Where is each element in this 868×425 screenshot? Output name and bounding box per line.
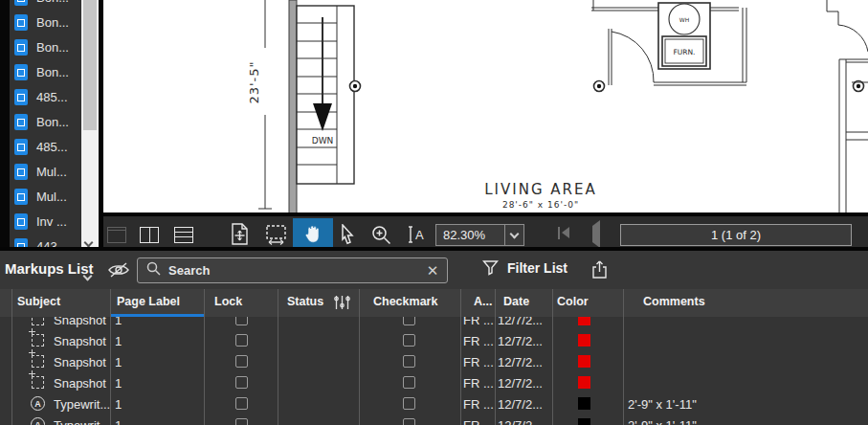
snapshot-icon <box>32 355 44 368</box>
sidebar-item-file[interactable]: Bon... <box>10 109 81 134</box>
app-window: Bon... Bon... Bon... Bon... 485... Bon..… <box>0 0 868 425</box>
chevron-down-icon[interactable] <box>84 266 91 283</box>
snapshot-icon <box>32 317 44 325</box>
water-heater-label: WH <box>679 16 689 23</box>
file-label: Bon... <box>36 0 69 5</box>
typewriter-icon: A <box>31 417 45 425</box>
scroll-down-button[interactable] <box>85 233 95 242</box>
select-cursor-icon[interactable] <box>339 222 356 247</box>
sidebar-scrollbar[interactable] <box>81 0 99 251</box>
column-header-checkmark[interactable]: Checkmark <box>373 295 437 308</box>
first-page-button[interactable] <box>558 226 573 241</box>
row-subject: Snapshot <box>54 330 106 351</box>
row-subject: Snapshot <box>54 317 106 330</box>
table-row[interactable]: Snapshot 1 FR ... 12/7/2... <box>0 351 868 372</box>
typewriter-icon: A <box>31 396 45 411</box>
row-page-label: 1 <box>115 317 122 330</box>
sidebar-item-file[interactable]: 485... <box>10 84 81 109</box>
column-header-page-label[interactable]: Page Label <box>117 295 180 308</box>
floor-plan-drawing: 23'-5" DWN LIVING AREA 28'-6" x 16'-0" W… <box>103 0 868 215</box>
column-divider[interactable] <box>278 289 278 425</box>
lock-checkbox[interactable] <box>235 317 248 325</box>
lock-checkbox[interactable] <box>235 418 248 425</box>
page-number-field[interactable]: 1 (1 of 2) <box>620 224 852 246</box>
filter-list-button[interactable]: Filter List <box>482 259 568 276</box>
chevron-down-icon[interactable] <box>504 225 523 245</box>
lock-checkbox[interactable] <box>235 355 248 368</box>
sidebar-item-file[interactable]: Bon... <box>10 34 81 59</box>
column-divider[interactable] <box>552 289 553 425</box>
row-page-label: 1 <box>115 372 122 393</box>
room-name-label: LIVING AREA <box>484 181 597 198</box>
search-box[interactable]: ✕ <box>137 257 448 283</box>
column-header-status[interactable]: Status <box>287 295 323 308</box>
export-share-icon[interactable] <box>590 259 609 283</box>
sidebar-item-file[interactable]: Inv ... <box>10 209 81 234</box>
checkmark-checkbox[interactable] <box>403 317 415 325</box>
split-horizontal-icon[interactable] <box>174 222 193 247</box>
pan-hand-tool-active[interactable] <box>293 218 333 251</box>
fit-width-icon[interactable] <box>265 222 287 247</box>
sidebar-item-file[interactable]: Bon... <box>10 10 81 34</box>
room-dimensions-label: 28'-6" x 16'-0" <box>502 200 579 210</box>
file-label: 485... <box>36 140 68 154</box>
row-author: FR ... <box>463 372 494 393</box>
column-divider[interactable] <box>110 289 111 425</box>
checkmark-checkbox[interactable] <box>403 334 415 347</box>
column-header-lock[interactable]: Lock <box>214 295 242 308</box>
checkmark-checkbox[interactable] <box>403 355 415 368</box>
sidebar-item-file[interactable]: Bon... <box>10 59 81 84</box>
zoom-level-select[interactable]: 82.30% <box>435 224 524 246</box>
status-filter-icon[interactable] <box>333 294 351 315</box>
file-label: Bon... <box>36 115 69 129</box>
column-header-subject[interactable]: Subject <box>17 295 60 308</box>
scrollbar-thumb[interactable] <box>83 0 97 130</box>
single-pane-icon[interactable] <box>107 222 126 247</box>
column-header-date[interactable]: Date <box>503 295 529 308</box>
file-label: 485... <box>36 90 68 104</box>
column-divider[interactable] <box>495 289 496 425</box>
row-date: 12/7/2... <box>498 414 543 425</box>
row-date: 12/7/2... <box>498 317 543 330</box>
table-row[interactable]: Snapshot 1 FR ... 12/7/2... <box>0 330 868 351</box>
sidebar-item-file[interactable]: Mul... <box>10 159 81 184</box>
document-canvas[interactable]: 23'-5" DWN LIVING AREA 28'-6" x 16'-0" W… <box>103 0 868 215</box>
zoom-in-icon[interactable] <box>370 222 392 247</box>
table-row[interactable]: A Typewrit... 1 FR ... 12/7/2... 2'-9" x… <box>0 393 868 414</box>
column-divider <box>11 289 12 425</box>
column-header-comments[interactable]: Comments <box>643 295 705 308</box>
row-page-label: 1 <box>115 351 122 372</box>
lock-checkbox[interactable] <box>235 397 248 410</box>
search-input[interactable] <box>168 263 418 278</box>
markups-list-title[interactable]: Markups List <box>5 260 94 277</box>
split-vertical-icon[interactable] <box>140 222 159 247</box>
fit-page-icon[interactable] <box>230 222 251 247</box>
table-row[interactable]: Snapshot 1 FR ... 12/7/2... <box>0 317 868 330</box>
filter-list-label: Filter List <box>507 260 568 276</box>
column-divider[interactable] <box>460 289 461 425</box>
checkmark-checkbox[interactable] <box>403 376 415 389</box>
column-divider[interactable] <box>623 289 624 425</box>
markups-header: Markups List ✕ <box>0 251 868 289</box>
column-divider[interactable] <box>359 289 360 425</box>
sidebar-item-file[interactable]: Mul... <box>10 184 81 209</box>
lock-checkbox[interactable] <box>235 376 248 389</box>
table-row[interactable]: Snapshot 1 FR ... 12/7/2... <box>0 372 868 393</box>
sidebar-item-file[interactable]: Bon... <box>10 0 81 10</box>
table-row[interactable]: A Typewrit 1 FR ... 12/7/2... 2'-9" x 1'… <box>0 414 868 425</box>
clear-search-icon[interactable]: ✕ <box>418 262 447 280</box>
checkmark-checkbox[interactable] <box>403 397 415 410</box>
previous-page-button[interactable] <box>592 226 608 241</box>
pdf-file-icon <box>14 213 28 230</box>
hide-markups-icon[interactable] <box>107 261 130 282</box>
row-author: FR ... <box>463 414 494 425</box>
zoom-level-value: 82.30% <box>436 228 504 242</box>
select-text-icon[interactable]: A <box>406 222 427 247</box>
column-divider[interactable] <box>204 289 205 425</box>
sidebar-item-file[interactable]: 485... <box>10 134 81 159</box>
column-header-color[interactable]: Color <box>557 295 589 308</box>
lock-checkbox[interactable] <box>235 334 248 347</box>
column-header-author[interactable]: A... <box>474 295 492 308</box>
pdf-file-icon <box>14 164 28 180</box>
checkmark-checkbox[interactable] <box>403 418 415 425</box>
